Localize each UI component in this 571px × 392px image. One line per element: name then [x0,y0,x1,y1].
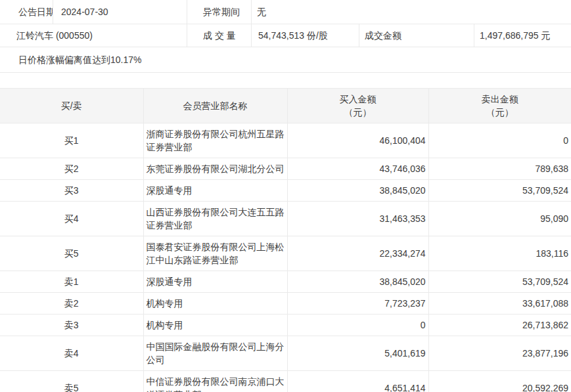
buy-amount-cell: 0 [287,315,428,336]
stock-info-panel: 公告日期 2024-07-30 异常期间 无 江铃汽车 (000550) 成 交… [0,0,571,73]
announce-date-label: 公告日期 [0,0,53,24]
table-row: 卖3 机构专用 0 26,713,862 [0,315,571,336]
col-header-side: 买/卖 [0,89,143,123]
branch-name-cell: 机构专用 [143,315,287,336]
col-header-sell-amount: 卖出金额 （元） [428,89,571,123]
announce-date-value: 2024-07-30 [53,0,187,24]
table-row: 买3 深股通专用 38,845,020 53,709,524 [0,180,571,202]
sell-amount-title: 卖出金额 [432,93,569,106]
side-rank-cell: 卖3 [0,315,143,336]
side-rank-cell: 买1 [0,123,143,158]
side-rank-cell: 卖2 [0,293,143,315]
turnover-value: 1,497,686,795 元 [474,24,571,47]
buy-amount-cell: 38,845,020 [287,271,428,293]
branch-name-cell: 东莞证券股份有限公司湖北分公司 [143,158,287,180]
side-rank-cell: 买3 [0,180,143,202]
side-rank-cell: 买5 [0,236,143,271]
branch-name-cell: 深股通专用 [143,271,287,293]
sell-amount-cell: 789,638 [428,158,571,180]
table-row: 卖4 中国国际金融股份有限公司上海分公司 5,401,619 23,877,19… [0,336,571,371]
branch-name-cell: 山西证券股份有限公司大连五五路证券营业部 [143,202,287,236]
buy-amount-cell: 43,746,036 [287,158,428,180]
info-row-note: 日价格涨幅偏离值达到10.17% [0,47,571,73]
sell-amount-cell: 53,709,524 [428,271,571,293]
abnormal-period-label: 异常期间 [187,0,252,24]
broker-seats-table: 买/卖 会员营业部名称 买入金额 （元） 卖出金额 （元） 买1 浙商证券股份有… [0,88,571,392]
table-row: 卖5 中信证券股份有限公司南京浦口大道证券营业部 4,651,414 20,59… [0,371,571,392]
table-body: 买1 浙商证券股份有限公司杭州五星路证券营业部 46,100,404 0 买2 … [0,123,571,392]
buy-amount-cell: 22,334,274 [287,236,428,271]
side-rank-cell: 卖4 [0,336,143,371]
buy-amount-cell: 7,723,237 [287,293,428,315]
table-row: 卖1 深股通专用 38,845,020 53,709,524 [0,271,571,293]
sell-amount-cell: 23,877,196 [428,336,571,371]
buy-amount-cell: 31,463,353 [287,202,428,236]
col-header-buy-amount: 买入金额 （元） [287,89,428,123]
buy-amount-title: 买入金额 [290,93,426,106]
branch-name-cell: 浙商证券股份有限公司杭州五星路证券营业部 [143,123,287,158]
branch-name-cell: 中信证券股份有限公司南京浦口大道证券营业部 [143,371,287,392]
sell-amount-cell: 53,709,524 [428,180,571,202]
side-rank-cell: 买4 [0,202,143,236]
sell-amount-cell: 33,617,088 [428,293,571,315]
table-row: 买2 东莞证券股份有限公司湖北分公司 43,746,036 789,638 [0,158,571,180]
info-row-stock: 江铃汽车 (000550) 成 交 量 54,743,513 份/股 成交金额 … [0,24,571,47]
table-row: 买5 国泰君安证券股份有限公司上海松江中山东路证券营业部 22,334,274 … [0,236,571,271]
table-row: 买4 山西证券股份有限公司大连五五路证券营业部 31,463,353 95,09… [0,202,571,236]
price-deviation-note: 日价格涨幅偏离值达到10.17% [0,47,571,72]
buy-amount-cell: 38,845,020 [287,180,428,202]
buy-amount-cell: 5,401,619 [287,336,428,371]
table-header-row: 买/卖 会员营业部名称 买入金额 （元） 卖出金额 （元） [0,89,571,123]
turnover-label: 成交金额 [359,24,474,47]
table-row: 买1 浙商证券股份有限公司杭州五星路证券营业部 46,100,404 0 [0,123,571,158]
sell-amount-unit: （元） [432,106,569,119]
volume-label: 成 交 量 [187,24,252,47]
buy-amount-cell: 46,100,404 [287,123,428,158]
branch-name-cell: 中国国际金融股份有限公司上海分公司 [143,336,287,371]
side-rank-cell: 买2 [0,158,143,180]
sell-amount-cell: 20,592,269 [428,371,571,392]
sell-amount-cell: 95,090 [428,202,571,236]
side-rank-cell: 卖5 [0,371,143,392]
sell-amount-cell: 0 [428,123,571,158]
buy-amount-unit: （元） [290,106,426,119]
table-row: 卖2 机构专用 7,723,237 33,617,088 [0,293,571,315]
col-header-branch: 会员营业部名称 [143,89,287,123]
abnormal-period-value: 无 [252,0,571,24]
branch-name-cell: 机构专用 [143,293,287,315]
volume-value: 54,743,513 份/股 [252,24,359,47]
stock-name: 江铃汽车 (000550) [0,24,187,47]
branch-name-cell: 深股通专用 [143,180,287,202]
sell-amount-cell: 26,713,862 [428,315,571,336]
sell-amount-cell: 183,116 [428,236,571,271]
branch-name-cell: 国泰君安证券股份有限公司上海松江中山东路证券营业部 [143,236,287,271]
buy-amount-cell: 4,651,414 [287,371,428,392]
info-row-date: 公告日期 2024-07-30 异常期间 无 [0,0,571,24]
side-rank-cell: 卖1 [0,271,143,293]
